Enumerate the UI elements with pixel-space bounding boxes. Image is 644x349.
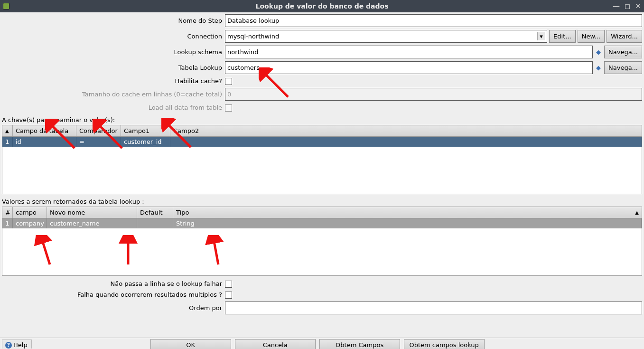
no-pass-label: Não passa a linha se o lookup falhar xyxy=(2,280,225,287)
sort-asc-icon[interactable]: ▲ xyxy=(635,210,639,215)
col-comparator[interactable]: Comparador xyxy=(76,125,121,136)
table-row[interactable]: 1 id = customer_id xyxy=(2,137,642,147)
close-icon[interactable]: ✕ xyxy=(635,3,641,10)
fail-multi-label: Falha quando ocorrerem resultados multíp… xyxy=(2,291,225,298)
browse-table-button[interactable]: Navega... xyxy=(604,61,642,74)
lookup-table-input[interactable] xyxy=(225,61,593,74)
load-all-label: Load all data from table xyxy=(2,104,225,111)
title-bar: Lookup de valor do banco de dados — ◻ ✕ xyxy=(0,0,644,12)
order-by-input[interactable] xyxy=(225,302,642,314)
connection-combo[interactable]: mysql-northwind ▾ xyxy=(225,30,547,43)
sort-asc-icon[interactable]: ▲ xyxy=(5,128,9,133)
order-by-label: Ordem por xyxy=(2,304,225,311)
col-type[interactable]: Tipo ▲ xyxy=(173,207,642,218)
browse-schema-icon[interactable]: ◆ xyxy=(595,46,602,58)
window-title: Lookup de valor do banco de dados xyxy=(255,2,388,10)
chevron-down-icon[interactable]: ▾ xyxy=(537,32,545,40)
lookup-schema-label: Lookup schema xyxy=(2,48,225,56)
table-row[interactable]: 1 company customer_name String xyxy=(2,218,642,228)
load-all-checkbox xyxy=(225,104,232,112)
cache-size-label: Tamanho do cache em linhas (0=cache tota… xyxy=(2,91,225,98)
minimize-icon[interactable]: — xyxy=(613,3,620,10)
lookup-schema-input[interactable] xyxy=(225,46,593,58)
col-field-table[interactable]: Campo da tabela xyxy=(13,125,76,136)
new-button[interactable]: New... xyxy=(578,30,605,43)
browse-schema-button[interactable]: Navega... xyxy=(604,46,642,58)
no-pass-checkbox[interactable] xyxy=(225,281,232,288)
enable-cache-label: Habilita cache? xyxy=(2,77,225,85)
connection-label: Connection xyxy=(2,33,225,40)
wizard-button[interactable]: Wizard... xyxy=(607,30,642,43)
keys-table[interactable]: ▲ Campo da tabela Comparador Campo1 Camp… xyxy=(2,125,642,194)
enable-cache-checkbox[interactable] xyxy=(225,78,232,85)
step-name-input[interactable] xyxy=(225,14,642,27)
col-new-name[interactable]: Novo nome xyxy=(47,207,137,218)
keys-section-label: A chave(s) para examinar o valor(s): xyxy=(0,114,644,125)
return-section-label: Valores a serem retornados da tabela loo… xyxy=(0,196,644,207)
lookup-table-label: Tabela Lookup xyxy=(2,64,225,71)
col-field2[interactable]: Campo2 xyxy=(170,125,642,136)
step-name-label: Nome do Step xyxy=(2,17,225,24)
fail-multi-checkbox[interactable] xyxy=(225,292,232,299)
col-field[interactable]: campo xyxy=(13,207,47,218)
return-table[interactable]: # campo Novo nome Default Tipo ▲ 1 compa… xyxy=(2,207,642,276)
app-icon xyxy=(3,3,9,9)
cache-size-input xyxy=(225,88,642,101)
browse-table-icon[interactable]: ◆ xyxy=(595,61,602,74)
edit-button[interactable]: Edit... xyxy=(549,30,576,43)
col-num[interactable]: # xyxy=(2,207,13,218)
col-default[interactable]: Default xyxy=(137,207,173,218)
maximize-icon[interactable]: ◻ xyxy=(625,3,630,10)
col-field1[interactable]: Campo1 xyxy=(121,125,170,136)
